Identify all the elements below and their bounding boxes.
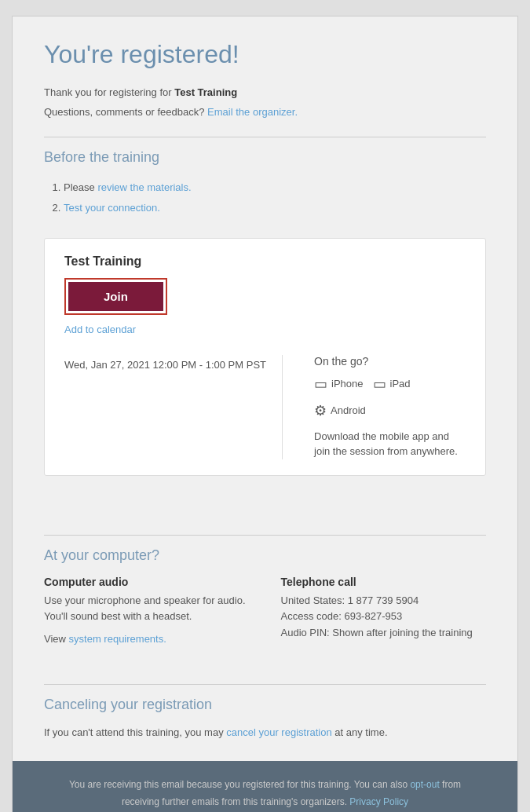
card-bottom: Wed, Jan 27, 2021 12:00 PM - 1:00 PM PST… (64, 355, 466, 459)
on-the-go-title: On the go? (314, 355, 466, 368)
computer-audio-desc: Use your microphone and speaker for audi… (44, 593, 250, 626)
telephone-title: Telephone call (281, 576, 487, 588)
thank-you-line2: Questions, comments or feedback? Email t… (44, 104, 486, 121)
ipad-icon: ▭ (373, 375, 386, 393)
telephone-col: Telephone call United States: 1 877 739 … (281, 576, 487, 646)
view-system: View system requirements. (44, 633, 250, 645)
system-requirements-link[interactable]: system requirements. (69, 633, 166, 645)
cancel-heading: Canceling your registration (44, 697, 486, 713)
telephone-line3: Audio PIN: Shown after joining the train… (281, 625, 487, 642)
join-button[interactable]: Join (68, 282, 163, 311)
footer: You are receiving this email because you… (13, 761, 517, 812)
review-materials-link[interactable]: review the materials. (97, 181, 191, 193)
footer-line2: receiving further emails from this train… (36, 794, 494, 811)
android-icon: ⚙ (314, 402, 327, 419)
computer-audio-col: Computer audio Use your microphone and s… (44, 576, 250, 646)
add-to-calendar-link[interactable]: Add to calendar (64, 324, 136, 335)
divider-before-training (44, 137, 486, 137)
list-item: Test your connection. (64, 198, 486, 218)
cancel-registration-link[interactable]: cancel your registration (226, 726, 331, 738)
test-connection-link[interactable]: Test your connection. (64, 202, 160, 214)
cancel-text: If you can't attend this training, you m… (44, 725, 486, 741)
iphone-item: ▭ iPhone (314, 375, 363, 393)
divider-computer (44, 535, 486, 536)
mobile-icons: ▭ iPhone ▭ iPad ⚙ Android (314, 375, 466, 419)
computer-section-heading: At your computer? (44, 547, 486, 564)
computer-audio-title: Computer audio (44, 576, 250, 588)
email-organizer-link[interactable]: Email the organizer. (207, 106, 298, 118)
on-the-go-desc: Download the mobile app and join the ses… (314, 429, 466, 459)
android-item: ⚙ Android (314, 402, 366, 419)
before-training-list: Please review the materials. Test your c… (44, 177, 486, 218)
cancel-section: Canceling your registration If you can't… (13, 660, 517, 761)
training-card-title: Test Training (64, 254, 466, 269)
on-the-go-section: On the go? ▭ iPhone ▭ iPad ⚙ Android (306, 355, 466, 459)
before-training-heading: Before the training (44, 149, 486, 166)
ipad-item: ▭ iPad (373, 375, 411, 393)
training-card: Test Training Join Add to calendar Wed, … (44, 238, 486, 476)
computer-grid: Computer audio Use your microphone and s… (44, 576, 486, 646)
footer-line1: You are receiving this email because you… (36, 777, 494, 794)
thank-you-line1: Thank you for registering for Test Train… (44, 85, 486, 101)
iphone-icon: ▭ (314, 375, 327, 393)
join-button-border: Join (64, 278, 167, 315)
list-item: Please review the materials. (64, 177, 486, 198)
divider-cancel (44, 684, 486, 685)
android-label: Android (331, 404, 366, 416)
training-datetime: Wed, Jan 27, 2021 12:00 PM - 1:00 PM PST (64, 355, 283, 459)
opt-out-link[interactable]: opt-out (410, 779, 439, 790)
telephone-line1: United States: 1 877 739 5904 (281, 593, 487, 609)
iphone-label: iPhone (331, 378, 363, 390)
privacy-policy-link[interactable]: Privacy Policy (349, 796, 408, 807)
computer-section: At your computer? Computer audio Use you… (13, 511, 517, 661)
ipad-label: iPad (390, 378, 411, 390)
telephone-line2: Access code: 693-827-953 (281, 609, 487, 625)
page-title: You're registered! (44, 40, 486, 69)
